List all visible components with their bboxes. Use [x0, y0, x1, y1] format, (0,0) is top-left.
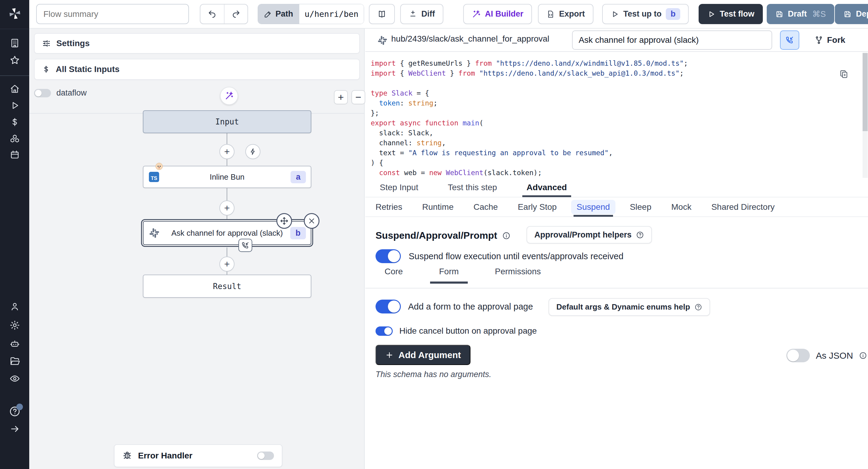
sidebar-top-divider: [0, 29, 29, 29]
suspend-phone-chip: [239, 239, 252, 252]
formtab-permissions[interactable]: Permissions: [486, 267, 550, 283]
hide-cancel-toggle[interactable]: [375, 326, 393, 336]
schedules-calendar-icon[interactable]: [0, 150, 29, 160]
workers-robot-icon[interactable]: [0, 338, 29, 349]
diff-button[interactable]: Diff: [400, 4, 443, 24]
help-icon[interactable]: [0, 405, 29, 417]
undo-button[interactable]: [200, 4, 224, 24]
docs-book-button[interactable]: [369, 4, 395, 24]
minus-icon: −: [355, 91, 361, 103]
expand-sidebar-arrow-icon[interactable]: [0, 424, 29, 434]
code-editor[interactable]: import { getResumeUrls } from "https://d…: [365, 53, 868, 178]
subtab-cache[interactable]: Cache: [473, 197, 498, 217]
export-button[interactable]: Export: [538, 4, 593, 24]
suspend-flow-toggle[interactable]: [375, 249, 401, 263]
test-flow-button[interactable]: Test flow: [699, 4, 763, 24]
form-tabs-divider: [365, 288, 868, 288]
draft-button[interactable]: Draft ⌘S: [767, 4, 834, 24]
copy-code-button[interactable]: [839, 69, 849, 79]
tab-advanced[interactable]: Advanced: [522, 178, 571, 197]
play-icon: [611, 10, 619, 19]
test-up-to-step-badge: b: [666, 8, 681, 20]
path-value[interactable]: u/henri/ben: [299, 4, 364, 24]
flow-input-node[interactable]: Input: [143, 110, 311, 133]
runs-play-icon[interactable]: [0, 100, 29, 111]
user-icon[interactable]: [0, 302, 29, 312]
result-node-label: Result: [213, 282, 241, 291]
subtab-shared-directory[interactable]: Shared Directory: [711, 197, 775, 217]
settings-gear-icon[interactable]: [0, 320, 29, 331]
typescript-icon: TS: [149, 172, 159, 182]
variables-dollar-icon[interactable]: [0, 117, 29, 127]
favorites-star-icon[interactable]: [0, 55, 29, 66]
path-button[interactable]: Path u/henri/ben: [258, 4, 364, 24]
subtab-runtime[interactable]: Runtime: [422, 197, 454, 217]
bug-icon: [122, 451, 132, 461]
trigger-lightning-button[interactable]: [245, 144, 260, 159]
folders-icon[interactable]: [0, 356, 29, 367]
test-up-to-button[interactable]: Test up to b: [602, 4, 689, 24]
flow-settings-card[interactable]: Settings: [34, 33, 360, 54]
fork-button[interactable]: Fork: [814, 30, 845, 50]
tab-step-input[interactable]: Step Input: [375, 178, 423, 197]
add-argument-button[interactable]: Add Argument: [375, 345, 470, 365]
save-icon: [843, 10, 852, 19]
deploy-button[interactable]: Deploy: [835, 4, 868, 24]
flow-summary-input[interactable]: [36, 4, 189, 24]
insert-step-button[interactable]: +: [219, 256, 235, 272]
insert-step-button[interactable]: +: [219, 144, 235, 159]
subtab-mock[interactable]: Mock: [671, 197, 691, 217]
all-static-inputs-card[interactable]: All Static Inputs: [34, 59, 360, 80]
step-name-input[interactable]: [572, 30, 772, 50]
resources-cubes-icon[interactable]: [0, 133, 29, 144]
error-handler-label: Error Handler: [138, 451, 251, 461]
suspend-flow-toggle-label: Suspend flow execution until events/appr…: [409, 251, 624, 261]
default-args-help-button[interactable]: Default args & Dynamic enums help: [549, 298, 710, 316]
slack-icon: [149, 227, 160, 239]
ai-builder-button[interactable]: AI Builder: [463, 4, 532, 24]
add-form-toggle[interactable]: [375, 300, 401, 313]
fork-label: Fork: [827, 35, 845, 45]
subtab-retries[interactable]: Retries: [375, 197, 402, 217]
step-id-badge-a: a: [290, 171, 306, 183]
as-json-toggle[interactable]: [786, 349, 810, 362]
editor-scrollbar: [863, 53, 868, 178]
move-icon: [280, 216, 289, 225]
flow-result-node[interactable]: Result: [143, 275, 311, 298]
insert-step-button[interactable]: +: [219, 200, 235, 216]
subtab-suspend[interactable]: Suspend: [577, 197, 610, 217]
step-id-badge-b: b: [290, 227, 306, 239]
formtab-core[interactable]: Core: [375, 267, 412, 283]
audit-eye-icon[interactable]: [0, 373, 29, 384]
ai-flow-wand-button[interactable]: [220, 87, 238, 105]
dataflow-toggle[interactable]: [34, 89, 51, 97]
advanced-subtabs: Retries Runtime Cache Early Stop Suspend…: [365, 197, 868, 217]
formtab-form[interactable]: Form: [430, 267, 468, 283]
hide-cancel-toggle-label: Hide cancel button on approval page: [399, 326, 537, 336]
error-handler-card[interactable]: Error Handler: [114, 444, 282, 467]
windmill-logo-icon[interactable]: [0, 7, 29, 21]
home-icon[interactable]: [0, 84, 29, 94]
sidebar-divider: [0, 75, 29, 76]
export-label: Export: [559, 9, 585, 19]
path-label: Path: [276, 9, 293, 19]
approval-prompt-helpers-button[interactable]: Approval/Prompt helpers: [527, 226, 652, 244]
redo-button[interactable]: [224, 4, 247, 24]
editor-scrollbar-thumb[interactable]: [863, 53, 868, 131]
export-file-icon: [547, 10, 555, 19]
deploy-label: Deploy: [856, 9, 868, 19]
inline-bun-node[interactable]: TS Inline Bun a: [143, 166, 311, 188]
input-node-label: Input: [215, 117, 239, 126]
zoom-in-button[interactable]: +: [334, 90, 348, 104]
workspace-building-icon[interactable]: [0, 38, 29, 48]
suspend-section-heading: Suspend/Approval/Prompt: [375, 230, 510, 241]
error-handler-toggle[interactable]: [257, 451, 274, 460]
delete-step-button[interactable]: [304, 213, 319, 229]
move-step-button[interactable]: [276, 213, 292, 229]
subtab-sleep[interactable]: Sleep: [630, 197, 652, 217]
tab-test-this-step[interactable]: Test this step: [444, 178, 501, 197]
suspend-indicator-button[interactable]: [780, 30, 799, 50]
hub-path[interactable]: hub/2439/slack/ask_channel_for_approval: [391, 34, 550, 44]
subtab-early-stop[interactable]: Early Stop: [518, 197, 557, 217]
zoom-out-button[interactable]: −: [351, 90, 365, 104]
